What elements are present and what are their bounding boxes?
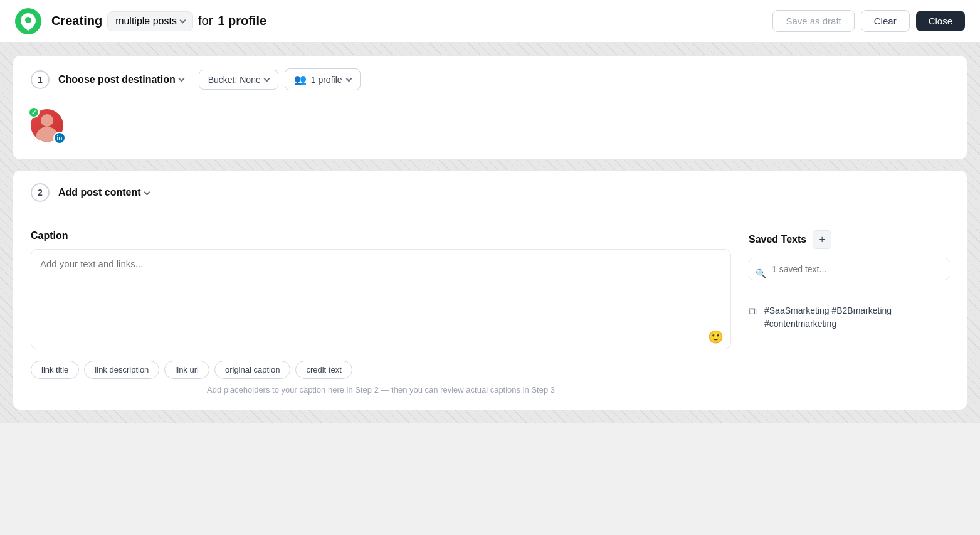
profile-dropdown[interactable]: 👥 1 profile — [285, 68, 361, 90]
tag-original-caption[interactable]: original caption — [214, 361, 290, 379]
copy-icon[interactable]: ⧉ — [749, 305, 757, 319]
header-actions: Save as draft Clear Close — [772, 10, 965, 32]
creating-label: Creating — [51, 14, 102, 28]
add-saved-text-button[interactable]: + — [813, 230, 831, 249]
step2-header: 2 Add post content — [13, 171, 967, 215]
saved-texts-search[interactable] — [749, 258, 949, 280]
step1-number: 1 — [31, 70, 50, 89]
header-title: Creating multiple posts for 1 profile — [51, 11, 266, 31]
checkmark-badge: ✓ — [28, 107, 40, 118]
profile-count: 1 profile — [218, 14, 266, 28]
step1-chevron-icon — [178, 76, 184, 82]
step2-title: Add post content — [58, 187, 149, 198]
saved-texts-title: Saved Texts — [749, 234, 806, 245]
step1-title-text: Choose post destination — [58, 74, 176, 85]
tag-link-description[interactable]: link description — [84, 361, 159, 379]
main-background: 1 Choose post destination Bucket: None 👥… — [0, 43, 980, 423]
tag-link-url[interactable]: link url — [164, 361, 209, 379]
step2-card: 2 Add post content Caption 🙂 link title … — [13, 170, 967, 410]
emoji-button[interactable]: 🙂 — [708, 329, 724, 344]
chevron-down-icon — [180, 18, 186, 24]
app-logo — [15, 8, 41, 34]
bucket-chevron-icon — [263, 76, 270, 82]
tag-credit-text[interactable]: credit text — [295, 361, 352, 379]
caption-textarea[interactable] — [31, 249, 731, 349]
svg-point-1 — [25, 17, 31, 23]
for-label: for — [198, 14, 213, 28]
caption-left: Caption 🙂 link title link description li… — [31, 230, 731, 395]
textarea-wrapper: 🙂 — [31, 249, 731, 352]
clear-button[interactable]: Clear — [861, 10, 910, 32]
step1-card: 1 Choose post destination Bucket: None 👥… — [13, 55, 967, 160]
saved-texts-panel: Saved Texts + 🔍 ⧉ #SaaSmarketing #B2Bmar… — [749, 230, 949, 395]
people-icon: 👥 — [294, 73, 307, 85]
step1-header: 1 Choose post destination Bucket: None 👥… — [13, 56, 967, 103]
step1-controls: Bucket: None 👥 1 profile — [199, 68, 361, 90]
search-wrapper: 🔍 — [749, 258, 949, 289]
avatar-container: ✓ in — [31, 109, 66, 144]
bucket-label: Bucket: None — [208, 75, 261, 85]
caption-section: Caption 🙂 link title link description li… — [13, 215, 967, 410]
app-header: Creating multiple posts for 1 profile Sa… — [0, 0, 980, 43]
caption-hint: Add placeholders to your caption here in… — [31, 385, 731, 395]
post-type-label: multiple posts — [115, 16, 177, 27]
post-type-dropdown[interactable]: multiple posts — [107, 11, 193, 31]
search-icon: 🔍 — [756, 268, 766, 278]
step1-title: Choose post destination — [58, 74, 184, 85]
profile-area: ✓ in — [13, 103, 967, 159]
step2-number: 2 — [31, 183, 50, 202]
caption-label: Caption — [31, 230, 731, 241]
saved-text-content: #SaaSmarketing #B2Bmarketing #contentmar… — [764, 304, 949, 331]
bucket-dropdown[interactable]: Bucket: None — [199, 70, 278, 90]
save-draft-button[interactable]: Save as draft — [772, 10, 854, 32]
profile-label: 1 profile — [311, 75, 342, 85]
placeholder-tags: link title link description link url ori… — [31, 361, 731, 379]
saved-text-item: ⧉ #SaaSmarketing #B2Bmarketing #contentm… — [749, 298, 949, 337]
tag-link-title[interactable]: link title — [31, 361, 79, 379]
step2-title-text: Add post content — [58, 187, 141, 198]
linkedin-badge: in — [53, 132, 66, 144]
close-button[interactable]: Close — [916, 11, 965, 31]
step2-chevron-icon — [144, 189, 150, 195]
profile-chevron-icon — [345, 76, 352, 82]
saved-texts-header: Saved Texts + — [749, 230, 949, 249]
